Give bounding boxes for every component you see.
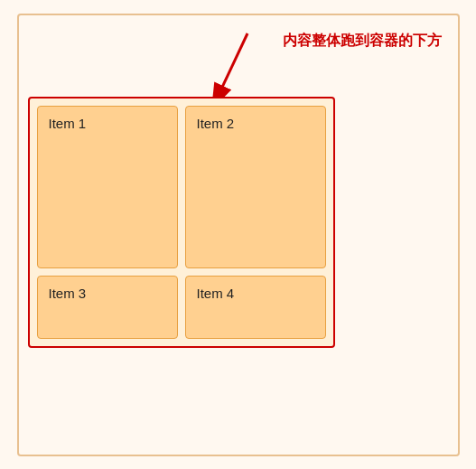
item-3: Item 3 <box>37 276 178 339</box>
annotation-text: 内容整体跑到容器的下方 <box>283 32 442 51</box>
item-1: Item 1 <box>37 106 178 268</box>
item-4: Item 4 <box>185 276 326 339</box>
grid-container: Item 1 Item 2 Item 3 Item 4 <box>28 97 335 348</box>
item-2: Item 2 <box>185 106 326 268</box>
outer-container: 内容整体跑到容器的下方 Item 1 Item 2 Item 3 Item 4 <box>17 14 460 456</box>
